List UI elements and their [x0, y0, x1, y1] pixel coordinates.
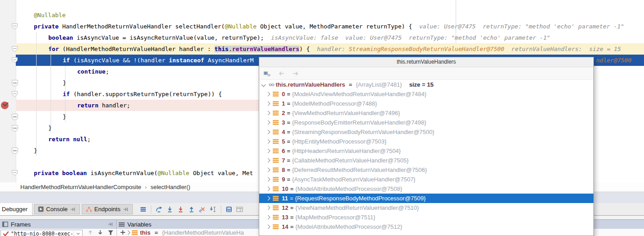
back-icon[interactable] [278, 71, 285, 76]
toolbar-separator [151, 205, 151, 213]
fold-close-icon[interactable] [12, 114, 18, 120]
breakpoint-icon[interactable] [1, 102, 9, 109]
run-to-cursor-icon[interactable] [208, 204, 219, 215]
code-text: if (handler.supportsReturnType(returnTyp… [63, 88, 222, 100]
forward-icon[interactable] [292, 71, 299, 76]
variables-row[interactable]: this = {HandlerMethodReturnValueHa [126, 229, 244, 236]
step-over-icon[interactable] [154, 204, 164, 215]
item-value: {CallableMethodReturnValueHandler@7505} [292, 157, 409, 164]
tree-item[interactable]: 10={ModelAttributeMethodProcessor@7508} [259, 184, 593, 194]
chevron-right-icon[interactable] [266, 215, 271, 220]
tab-console[interactable]: Console [34, 204, 80, 214]
variable-name: this [140, 229, 150, 236]
chevron-right-icon[interactable] [266, 206, 271, 210]
fold-close-icon[interactable] [12, 148, 18, 154]
tree-root-item[interactable]: oo this.returnValueHandlers = {ArrayList… [259, 80, 593, 89]
code-line[interactable]: private HandlerMethodReturnValueHandler … [16, 21, 644, 32]
tree-item[interactable]: 5={HttpEntityMethodProcessor@7503} [259, 137, 593, 146]
code-text: @Nullable [34, 9, 65, 21]
code-text: continue; [77, 66, 109, 77]
frames-panel-header[interactable]: Frames [0, 220, 117, 229]
item-index: 7 [282, 157, 285, 164]
chevron-right-icon[interactable] [266, 130, 271, 134]
tree-item[interactable]: 1={ModelMethodProcessor@7488} [259, 99, 593, 108]
item-index: 6 [282, 148, 285, 154]
chevron-right-icon[interactable] [266, 177, 271, 182]
item-index: 3 [282, 119, 285, 126]
chevron-right-icon[interactable] [266, 158, 271, 163]
thread-selector[interactable]: "http-nio-8080-exec-2"@6 [0, 230, 83, 236]
tree-item[interactable]: 8={DeferredResultMethodReturnValueHandle… [259, 165, 593, 175]
chevron-right-icon[interactable] [126, 230, 131, 235]
chevron-right-icon[interactable] [266, 168, 271, 172]
code-text: } [34, 145, 37, 156]
item-index: 8 [282, 167, 285, 173]
tree-item[interactable]: 4={StreamingResponseBodyReturnValueHandl… [259, 127, 593, 137]
equals-sign: = [154, 229, 158, 236]
tree-item[interactable]: 13={MapMethodProcessor@7511} [259, 213, 593, 222]
field-icon [273, 120, 279, 125]
field-icon [273, 205, 279, 210]
fold-close-icon[interactable] [12, 80, 18, 86]
debugger-value-popup[interactable]: this.returnValueHandlers oo this.returnV… [259, 57, 594, 236]
tree-item[interactable]: 3={ResponseBodyEmitterReturnValueHandler… [259, 118, 593, 127]
debug-toolbar [138, 203, 245, 215]
chevron-right-icon[interactable] [266, 102, 271, 106]
chevron-right-icon[interactable] [266, 149, 271, 153]
code-line[interactable]: for (HandlerMethodReturnValueHandler han… [16, 43, 644, 55]
tree-items: 0={ModelAndViewMethodReturnValueHandler@… [259, 89, 593, 231]
field-icon [273, 111, 279, 116]
code-text: } [63, 77, 66, 88]
code-line[interactable]: @Nullable [16, 9, 644, 21]
field-icon [273, 177, 279, 182]
drop-frame-icon[interactable] [197, 204, 208, 215]
down-icon[interactable] [97, 229, 104, 236]
tree-item[interactable]: 11={RequestResponseBodyMethodProcessor@7… [259, 194, 593, 203]
code-line[interactable]: return handler; [16, 100, 259, 111]
mute-breakpoints-icon[interactable] [138, 204, 149, 215]
tree-item[interactable]: 12={ViewNameMethodReturnValueHandler@751… [259, 203, 593, 213]
item-value: {ModelAndViewMethodReturnValueHandler@74… [292, 91, 426, 97]
filter-icon[interactable] [107, 229, 114, 236]
code-line[interactable]: boolean isAsyncValue = isAsyncReturnValu… [16, 32, 644, 43]
hide-panel-icon[interactable] [107, 222, 113, 227]
breadcrumb-class[interactable]: HandlerMethodReturnValueHandlerComposite [20, 184, 141, 190]
chevron-right-icon[interactable] [266, 225, 271, 229]
ide-window: @Nullableprivate HandlerMethodReturnValu… [0, 0, 644, 236]
tree-item[interactable]: 2={ViewMethodReturnValueHandler@7496} [259, 108, 593, 118]
item-value: {StreamingResponseBodyReturnValueHandler… [292, 129, 434, 135]
console-icon [38, 206, 44, 212]
item-value: {MapMethodProcessor@7511} [295, 214, 375, 221]
tab-endpoints[interactable]: Endpoints [82, 204, 133, 214]
chevron-down-icon[interactable] [76, 232, 80, 236]
step-into-icon[interactable] [164, 204, 175, 215]
chevron-down-icon[interactable] [261, 83, 266, 87]
chevron-right-icon[interactable] [266, 92, 271, 97]
variables-icon [119, 222, 125, 227]
step-out-icon[interactable] [186, 204, 197, 215]
panel-divider[interactable] [117, 229, 117, 236]
tree-item[interactable]: 14={ModelAttributeMethodProcessor@7512} [259, 222, 593, 231]
toolbar-separator [221, 205, 221, 213]
evaluate-expression-icon[interactable] [224, 204, 234, 215]
up-icon[interactable] [87, 229, 94, 236]
breadcrumb-method[interactable]: selectHandler() [150, 184, 190, 190]
tree-item[interactable]: 6={HttpHeadersReturnValueHandler@7504} [259, 146, 593, 156]
chevron-right-icon[interactable] [266, 111, 271, 116]
force-step-into-icon[interactable] [175, 204, 186, 215]
tree-item[interactable]: 0={ModelAndViewMethodReturnValueHandler@… [259, 89, 593, 99]
tree-item[interactable]: 9={AsyncTaskMethodReturnValueHandler@750… [259, 175, 593, 184]
tab-debugger[interactable]: Debugger [0, 203, 33, 215]
chevron-right-icon[interactable] [266, 196, 271, 201]
field-icon [273, 186, 279, 191]
watch-icon: oo [269, 82, 274, 87]
item-value: {ViewNameMethodReturnValueHandler@7510} [295, 204, 419, 211]
fold-close-icon[interactable] [12, 125, 18, 131]
tree-item[interactable]: 7={CallableMethodReturnValueHandler@7505… [259, 156, 593, 165]
chevron-right-icon[interactable] [266, 139, 271, 144]
field-icon [273, 92, 279, 97]
chevron-right-icon[interactable] [266, 187, 271, 191]
chevron-right-icon[interactable] [266, 120, 271, 125]
restore-layout-icon[interactable] [234, 204, 245, 215]
copy-value-icon[interactable] [263, 70, 271, 77]
